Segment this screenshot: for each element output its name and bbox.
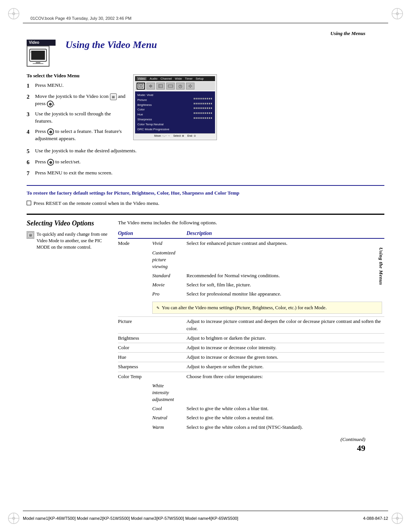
menu-row-drc: DRC Mode:Progressive — [137, 127, 213, 132]
table-row-hue: Hue Adjust to increase or decrease the g… — [118, 353, 384, 362]
cell-option-empty-neutral — [118, 413, 152, 422]
table-row-brightness: Brightness Adjust to brighten or darken … — [118, 333, 384, 343]
table-row-movie: Movie Select for soft, film like, pictur… — [118, 280, 384, 289]
menu-row-colortemp: Color Temp:Neutral — [137, 122, 213, 127]
svg-rect-19 — [36, 62, 40, 63]
cell-value-standard: Standard — [152, 271, 186, 280]
steps-area: To select the Video Menu 1 Press MENU. 2… — [27, 73, 384, 145]
step-num-6: 6 — [27, 158, 35, 166]
menu-label-brightness: Brightness — [137, 103, 152, 108]
cell-value-vivid: Vivid — [152, 238, 186, 248]
table-row-colortemp: Color Temp Choose from three color tempe… — [118, 372, 384, 381]
cell-desc-neutral: Select to give the white colors a neutra… — [186, 413, 384, 422]
footer-models: Model name1[KP-46WT500] Model name2[KP-5… — [23, 516, 238, 521]
table-row-cool: Cool Select to give the white colors a b… — [118, 404, 384, 413]
cell-value-movie: Movie — [152, 280, 186, 289]
cell-value-cool: Cool — [152, 404, 186, 413]
cell-option-empty-warm — [118, 423, 152, 432]
cell-value-white-label: Whiteintensityadjustment — [152, 381, 186, 404]
menu-row-mode: Mode: Vivid — [137, 93, 213, 98]
tv-icon-svg — [29, 48, 47, 64]
menu-tab-channel: Channel — [161, 77, 172, 80]
reset-note-text: Press RESET on the remote control when i… — [33, 200, 159, 207]
col-header-desc: Description — [186, 230, 384, 238]
step-num-3: 3 — [27, 110, 35, 118]
table-row-white-label: Whiteintensityadjustment — [118, 381, 384, 404]
video-inline-icon: ▤ — [110, 93, 117, 100]
svg-rect-18 — [30, 51, 31, 53]
menu-screenshot: Video Audio Channel Wide Timer Setup — [133, 74, 217, 140]
section-selecting: Selecting Video Options 🖥 To quickly and… — [27, 214, 384, 453]
menu-content: Mode: Vivid Picture Brightness Color — [135, 91, 215, 133]
top-rule — [23, 23, 388, 23]
col-header-value — [152, 230, 186, 238]
note-text: You can alter the Video menu settings (P… — [162, 304, 327, 312]
step-7: 7 Press MENU to exit the menu screen. — [27, 169, 384, 177]
cell-desc-movie: Select for soft, film like, picture. — [186, 280, 384, 289]
table-header-row: Option Description — [118, 230, 384, 238]
menu-row-brightness: Brightness — [137, 103, 213, 108]
cell-option-empty3 — [118, 280, 152, 289]
section-video-menu: Video Using the Video Menu To select the… — [27, 40, 384, 207]
step-num-5: 5 — [27, 147, 35, 155]
table-row-picture: Picture Adjust to increase picture contr… — [118, 317, 384, 333]
step-num-4: 4 — [27, 128, 35, 136]
menu-tab-setup: Setup — [196, 77, 204, 80]
svg-rect-26 — [168, 85, 173, 87]
cell-desc-vivid: Select for enhanced picture contrast and… — [186, 238, 384, 248]
menu-label-hue: Hue — [137, 112, 143, 117]
note-icon: ✎ — [156, 305, 159, 311]
cell-desc-color: Adjust to increase or decrease color int… — [186, 343, 384, 352]
cell-desc-cool: Select to give the white colors a blue t… — [186, 404, 384, 413]
menu-label-sharpness: Sharpness — [137, 117, 152, 122]
reset-note: Press RESET on the remote control when i… — [27, 200, 384, 207]
note-box: ✎ You can alter the Video menu settings … — [152, 302, 382, 314]
menu-icon-setup — [186, 83, 194, 89]
cell-option-empty2 — [118, 271, 152, 280]
cell-desc-warm: Select to give the white colors a red ti… — [186, 423, 384, 432]
cell-option-empty1 — [118, 248, 152, 272]
cell-value-brightness-empty — [152, 333, 186, 343]
step-text-5: Use the joystick to make the desired adj… — [35, 147, 384, 155]
step-num-1: 1 — [27, 82, 35, 90]
menu-icons-bar — [135, 82, 215, 90]
cell-option-empty4 — [118, 289, 152, 299]
checkbox-icon — [27, 201, 31, 205]
cell-desc-hue: Adjust to increase or decrease the green… — [186, 353, 384, 362]
selecting-right: The Video menu includes the following op… — [118, 219, 384, 453]
menu-label-drc: DRC Mode:Progressive — [137, 127, 169, 132]
menu-row-color: Color — [137, 107, 213, 112]
menu-top-bar: Video Audio Channel Wide Timer Setup — [135, 76, 215, 81]
cell-desc-empty1 — [186, 248, 384, 272]
cell-note-content: ✎ You can alter the Video menu settings … — [152, 299, 384, 317]
cell-desc-colortemp: Choose from three color temperatures: — [186, 372, 384, 381]
enter-btn-icon-6: ⊕ — [47, 159, 54, 166]
menu-bar-brightness — [194, 103, 213, 104]
menu-row-picture: Picture — [137, 98, 213, 103]
menu-tab-audio: Audio — [150, 77, 157, 80]
menu-bar-hue — [194, 112, 213, 114]
menu-icon-timer — [176, 83, 185, 89]
cell-option-empty-white — [118, 381, 152, 404]
subsection-heading: To select the Video Menu — [27, 73, 126, 79]
menu-bottom-bar: Move: ↑↓←→ Select: ⊕ End: ⊙ — [135, 133, 215, 138]
selecting-two-col: Selecting Video Options 🖥 To quickly and… — [27, 219, 384, 453]
table-intro: The Video menu includes the following op… — [118, 219, 384, 227]
page-title: Using the Video Menu — [65, 40, 384, 51]
menu-label-color: Color — [137, 107, 145, 112]
cell-value-pro: Pro — [152, 289, 186, 299]
menu-icon-channel — [156, 83, 165, 89]
step-4: 4 Press ⊕ to select a feature. That feat… — [27, 128, 126, 142]
cell-value-picture-empty — [152, 317, 186, 333]
restore-heading: To restore the factory default settings … — [27, 190, 384, 197]
menu-label-picture: Picture — [137, 98, 147, 103]
svg-text:🖥: 🖥 — [29, 233, 32, 237]
menu-tab-wide: Wide — [175, 77, 182, 80]
steps-right: Video Audio Channel Wide Timer Setup — [133, 73, 384, 145]
steps-left: To select the Video Menu 1 Press MENU. 2… — [27, 73, 126, 145]
bottom-rule — [23, 511, 388, 511]
cell-value-warm: Warm — [152, 423, 186, 432]
svg-point-30 — [190, 85, 191, 87]
cell-option-hue: Hue — [118, 353, 152, 362]
tip-icon: 🖥 — [27, 231, 34, 239]
